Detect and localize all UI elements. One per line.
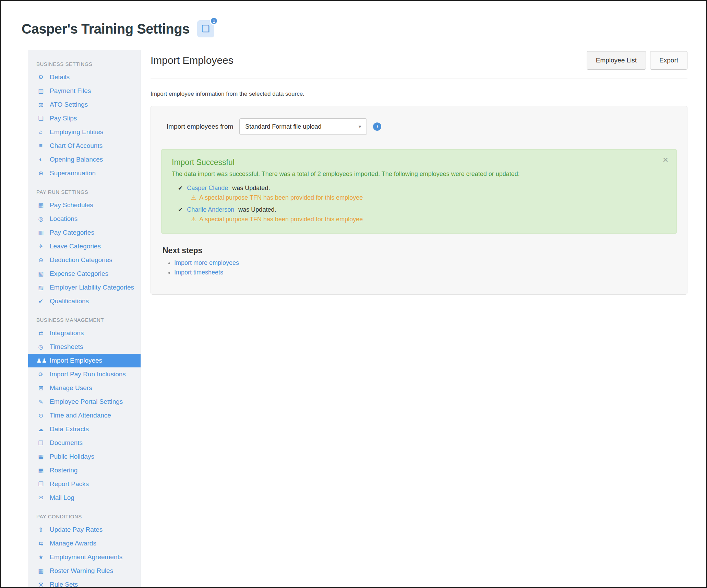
refresh-icon: ⟳	[36, 371, 45, 378]
sidebar-item-employer-liability-categories[interactable]: ▨Employer Liability Categories	[28, 281, 141, 294]
sidebar-item-label: ATO Settings	[50, 101, 88, 108]
sidebar-item-label: Time and Attendance	[50, 412, 111, 419]
sidebar-item-label: Superannuation	[50, 169, 96, 177]
sidebar-item-label: Chart Of Accounts	[50, 142, 103, 150]
people-icon: ♟♟	[36, 357, 45, 364]
sidebar-item-roster-warning-rules[interactable]: ▦Roster Warning Rules	[28, 564, 141, 578]
chevron-down-icon: ▾	[359, 124, 361, 130]
sidebar-section-header: PAY CONDITIONS	[28, 505, 141, 523]
page-title: Casper's Training Settings	[22, 21, 190, 37]
main-header: Import Employees Employee List Export	[151, 50, 687, 79]
sidebar-item-label: Leave Categories	[50, 243, 101, 250]
sidebar-item-label: Timesheets	[50, 343, 83, 351]
warning-text: A special purpose TFN has been provided …	[199, 194, 363, 201]
sidebar-item-label: Integrations	[50, 329, 84, 337]
sidebar-item-label: Data Extracts	[50, 425, 89, 433]
credit-card-icon: ▧	[36, 270, 45, 278]
star-icon: ★	[36, 554, 45, 561]
sidebar-item-import-employees[interactable]: ♟♟Import Employees	[28, 354, 141, 367]
sidebar-item-manage-users[interactable]: ⊠Manage Users	[28, 381, 141, 395]
wand-icon: ✎	[36, 398, 45, 405]
envelope-icon: ✉	[36, 494, 45, 502]
sidebar-item-rule-sets[interactable]: ⚒Rule Sets	[28, 578, 141, 588]
sidebar-item-label: Manage Awards	[50, 540, 96, 547]
sidebar-item-label: Public Holidays	[50, 453, 94, 460]
import-source-select[interactable]: Standard Format file upload ▾	[239, 118, 367, 135]
sidebar-item-label: Rostering	[50, 467, 77, 474]
folder-icon: ❐	[36, 481, 45, 488]
import-entry: ✔Casper Claudewas Updated.⚠A special pur…	[172, 185, 666, 201]
sidebar-item-pay-slips[interactable]: ❏Pay Slips	[28, 111, 141, 125]
export-button[interactable]: Export	[650, 51, 687, 70]
sidebar-item-pay-categories[interactable]: ▥Pay Categories	[28, 226, 141, 239]
sidebar-item-label: Payment Files	[50, 87, 91, 95]
section-title: Import Employees	[151, 55, 233, 66]
sidebar-item-qualifications[interactable]: ✔Qualifications	[28, 294, 141, 308]
main-area: Import Employees Employee List Export Im…	[151, 50, 687, 295]
alert-message: The data import was successful. There wa…	[172, 170, 666, 178]
sidebar-item-integrations[interactable]: ⇄Integrations	[28, 326, 141, 340]
import-more-employees-link[interactable]: Import more employees	[174, 259, 239, 266]
folder-icon: ❑	[36, 439, 45, 447]
clock-icon: ◷	[36, 343, 45, 351]
calendar-icon: ▦	[36, 453, 45, 460]
check-icon: ✔	[178, 206, 183, 213]
info-icon[interactable]: i	[373, 122, 381, 131]
sidebar-item-label: Employing Entities	[50, 128, 103, 136]
alert-entries: ✔Casper Claudewas Updated.⚠A special pur…	[172, 185, 666, 223]
sidebar-item-documents[interactable]: ❑Documents	[28, 436, 141, 450]
employee-list-button[interactable]: Employee List	[587, 51, 646, 70]
sidebar-item-employee-portal-settings[interactable]: ✎Employee Portal Settings	[28, 395, 141, 409]
gear-icon: ⚙	[36, 74, 45, 81]
sidebar-item-deduction-categories[interactable]: ⊖Deduction Categories	[28, 253, 141, 267]
sidebar-section-header: PAY RUN SETTINGS	[28, 180, 141, 198]
sidebar-item-time-and-attendance[interactable]: ⊙Time and Attendance	[28, 409, 141, 422]
sidebar-item-manage-awards[interactable]: ⇆Manage Awards	[28, 537, 141, 550]
sidebar-item-details[interactable]: ⚙Details	[28, 70, 141, 84]
sidebar-item-chart-of-accounts[interactable]: ≡Chart Of Accounts	[28, 139, 141, 153]
sidebar-item-payment-files[interactable]: ▤Payment Files	[28, 84, 141, 98]
sidebar-item-public-holidays[interactable]: ▦Public Holidays	[28, 450, 141, 463]
minus-circle-icon: ⊖	[36, 257, 45, 264]
shuffle-icon: ⇄	[36, 330, 45, 337]
sidebar-item-label: Update Pay Rates	[50, 526, 103, 533]
sidebar-item-pay-schedules[interactable]: ▦Pay Schedules	[28, 198, 141, 212]
import-timesheets-link[interactable]: Import timesheets	[174, 269, 223, 276]
sidebar-item-label: Import Pay Run Inclusions	[50, 371, 126, 378]
sidebar-item-mail-log[interactable]: ✉Mail Log	[28, 491, 141, 505]
sidebar-item-employing-entities[interactable]: ⌂Employing Entities	[28, 125, 141, 139]
sidebar-item-update-pay-rates[interactable]: ⇧Update Pay Rates	[28, 523, 141, 537]
sidebar-item-leave-categories[interactable]: ✈Leave Categories	[28, 239, 141, 253]
sidebar-item-label: Manage Users	[50, 384, 92, 392]
training-notes-button[interactable]: ❏ 1	[197, 20, 214, 37]
import-from-label: Import employees from	[167, 123, 233, 130]
employee-link-charlie-anderson[interactable]: Charlie Anderson	[187, 206, 234, 213]
sidebar-item-locations[interactable]: ◎Locations	[28, 212, 141, 226]
next-step-item: Import timesheets	[174, 269, 677, 276]
sidebar-item-rostering[interactable]: ▦Rostering	[28, 463, 141, 477]
sidebar-item-label: Employer Liability Categories	[50, 284, 134, 291]
warning-text: A special purpose TFN has been provided …	[199, 216, 363, 223]
sidebar-item-label: Details	[50, 73, 70, 81]
clock-icon: ⊙	[36, 412, 45, 419]
sidebar-item-employment-agreements[interactable]: ★Employment Agreements	[28, 550, 141, 564]
globe-icon: ◎	[36, 215, 45, 223]
sidebar-item-data-extracts[interactable]: ☁Data Extracts	[28, 422, 141, 436]
sidebar-item-expense-categories[interactable]: ▧Expense Categories	[28, 267, 141, 281]
warning-icon: ⚠	[191, 216, 196, 223]
wrench-icon: ⚒	[36, 581, 45, 588]
employee-link-casper-claude[interactable]: Casper Claude	[187, 185, 228, 192]
file-icon: ❏	[36, 115, 45, 122]
app-window: Casper's Training Settings ❏ 1 BUSINESS …	[0, 0, 707, 588]
sidebar-item-report-packs[interactable]: ❐Report Packs	[28, 477, 141, 491]
sidebar-item-timesheets[interactable]: ◷Timesheets	[28, 340, 141, 354]
sidebar-item-superannuation[interactable]: ⊕Superannuation	[28, 166, 141, 180]
check-icon: ✔	[36, 298, 45, 305]
sidebar-item-opening-balances[interactable]: ◐Opening Balances	[28, 153, 141, 166]
scales-icon: ⚖	[36, 101, 45, 108]
close-icon[interactable]: ×	[661, 154, 670, 166]
sidebar-item-import-pay-run-inclusions[interactable]: ⟳Import Pay Run Inclusions	[28, 367, 141, 381]
success-alert: × Import Successful The data import was …	[161, 149, 677, 234]
sidebar-section-header: BUSINESS MANAGEMENT	[28, 308, 141, 326]
sidebar-item-ato-settings[interactable]: ⚖ATO Settings	[28, 98, 141, 111]
